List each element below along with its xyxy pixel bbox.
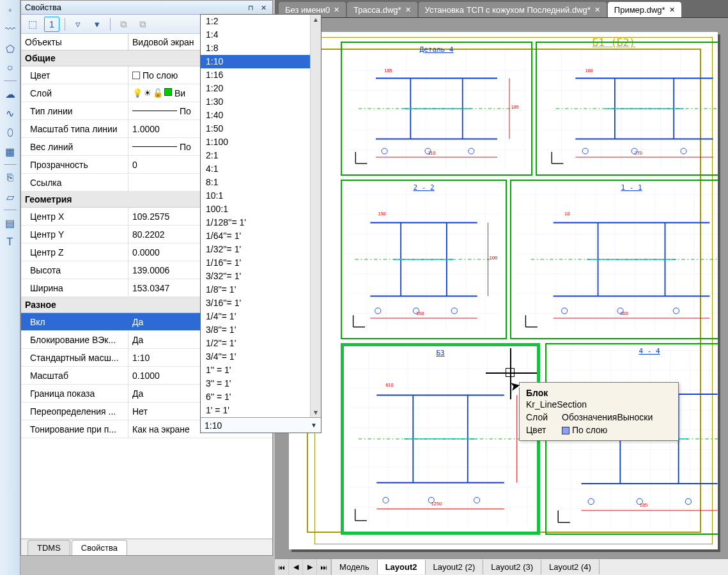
tab-properties[interactable]: Свойства — [72, 540, 127, 555]
tool-ellipse-icon[interactable]: ⬯ — [3, 125, 18, 140]
nav-prev-icon[interactable]: ◀ — [289, 559, 303, 575]
scale-option[interactable]: 1/64''= 1' — [201, 229, 321, 243]
tool-hatch-icon[interactable]: ▦ — [3, 144, 18, 159]
tool-block-icon[interactable]: ⎘ — [3, 170, 18, 185]
chevron-down-icon: ▼ — [311, 422, 317, 429]
panel-bottom-tabs: TDMS Свойства — [21, 539, 272, 555]
svg-point-45 — [451, 308, 457, 314]
tool-polygon-icon[interactable]: ⬠ — [3, 41, 18, 56]
object-type-label: Объекты — [21, 34, 128, 50]
svg-text:310: 310 — [428, 150, 435, 156]
scale-option[interactable]: 8:1 — [201, 176, 321, 189]
tooltip-color-swatch-icon — [562, 427, 569, 434]
scale-option[interactable]: 1/32''= 1' — [201, 243, 321, 256]
scale-option[interactable]: 1/128''= 1' — [201, 216, 321, 229]
scale-option[interactable]: 1/2''= 1' — [201, 337, 321, 350]
tool-region-icon[interactable]: ▱ — [3, 189, 18, 204]
nav-next-icon[interactable]: ▶ — [303, 559, 317, 575]
tool-spline-icon[interactable]: ∿ — [3, 105, 18, 121]
tooltip-header: Блок — [526, 388, 672, 398]
scale-option[interactable]: 1:40 — [201, 109, 321, 122]
nav-last-icon[interactable]: ⏭ — [317, 559, 331, 575]
svg-text:1250: 1250 — [431, 501, 442, 507]
svg-point-27 — [582, 148, 588, 154]
scale-option[interactable]: 1:30 — [201, 95, 321, 109]
scale-option[interactable]: 1'' = 1' — [201, 364, 321, 377]
scale-option[interactable]: 1/8''= 1' — [201, 283, 321, 296]
close-icon[interactable]: ✕ — [405, 6, 411, 14]
scale-option[interactable]: 3/4''= 1' — [201, 350, 321, 364]
viewport[interactable]: 1 - 180033010 — [510, 180, 718, 339]
tool-circle-icon[interactable]: ○ — [3, 60, 18, 75]
close-icon[interactable]: ✕ — [334, 6, 339, 14]
lineweight-sample-icon — [132, 146, 177, 147]
svg-text:150: 150 — [378, 211, 385, 217]
svg-point-61 — [673, 308, 679, 314]
scale-option[interactable]: 1/16''= 1' — [201, 256, 321, 270]
scale-option[interactable]: 3'' = 1' — [201, 377, 321, 390]
layout-tab[interactable]: Layout2 (2) — [426, 560, 484, 574]
tool-polyline-icon[interactable]: 〰 — [3, 22, 18, 37]
scale-option[interactable]: 1:50 — [201, 122, 321, 135]
doc-tab[interactable]: Трасса.dwg*✕ — [347, 2, 417, 17]
scale-dropdown[interactable]: 1:21:41:81:101:161:201:301:401:501:1002:… — [200, 14, 321, 433]
layout-tab[interactable]: Layout2 (3) — [483, 560, 541, 574]
folder2-icon[interactable]: ⧉ — [135, 17, 150, 32]
select-one-icon[interactable]: 1 — [44, 17, 59, 32]
panel-titlebar[interactable]: Свойства ⊓ ✕ — [21, 1, 272, 15]
scale-option[interactable]: 1:100 — [201, 135, 321, 149]
layout-tab[interactable]: Модель — [332, 560, 378, 574]
title-block-inner: Б1 (Б2) Деталь 43101851852705711602 - 21… — [314, 37, 713, 544]
layout-tab[interactable]: Layout2 — [378, 560, 426, 574]
doc-tab[interactable]: Установка ТСП с кожухом Последний.dwg*✕ — [419, 2, 607, 17]
scale-option[interactable]: 1:10 — [201, 55, 321, 68]
doc-tab[interactable]: Пример.dwg*✕ — [608, 2, 681, 17]
scale-option[interactable]: 1:8 — [201, 42, 321, 55]
svg-text:160: 160 — [585, 68, 593, 73]
scale-option[interactable]: 3/8''= 1' — [201, 323, 321, 337]
scale-selected-row[interactable]: 1:10 ▼ — [201, 417, 321, 433]
tool-point-icon[interactable]: ◦ — [3, 3, 18, 18]
scale-option[interactable]: 1:20 — [201, 82, 321, 95]
scrollbar[interactable] — [310, 15, 321, 417]
scale-option[interactable]: 100:1 — [201, 203, 321, 216]
scale-option[interactable]: 1:2 — [201, 15, 321, 28]
lock-icon: 🔓 — [153, 88, 163, 98]
filter-icon[interactable]: ▿ — [70, 17, 86, 32]
tooltip-name: Kr_LineSection — [526, 399, 672, 410]
svg-point-75 — [383, 497, 389, 503]
pin-icon[interactable]: ⊓ — [245, 3, 256, 12]
viewport[interactable]: 270571160 — [536, 42, 718, 176]
nav-first-icon[interactable]: ⏮ — [275, 559, 289, 575]
tool-table-icon[interactable]: ▤ — [3, 215, 18, 231]
funnel-icon[interactable]: ▾ — [89, 17, 105, 32]
scale-option[interactable]: 2:1 — [201, 149, 321, 162]
close-icon[interactable]: ✕ — [594, 6, 600, 14]
scale-option[interactable]: 1:4 — [201, 28, 321, 42]
svg-point-93 — [685, 498, 691, 504]
viewport[interactable]: 2 - 2160100150 — [341, 180, 507, 339]
tool-cloud-icon[interactable]: ☁ — [3, 86, 18, 102]
scale-option[interactable]: 3/16''= 1' — [201, 296, 321, 310]
scale-option[interactable]: 6'' = 1' — [201, 390, 321, 404]
close-icon[interactable]: ✕ — [669, 6, 675, 14]
tab-tdms[interactable]: TDMS — [27, 540, 70, 555]
svg-text:10: 10 — [564, 211, 569, 217]
scale-option[interactable]: 1/4''= 1' — [201, 310, 321, 323]
close-icon[interactable]: ✕ — [258, 3, 268, 12]
folder-icon[interactable]: ⧉ — [116, 17, 131, 32]
viewport[interactable]: Деталь 4310185185 — [341, 42, 532, 176]
drawing-area[interactable]: Б1 (Б2) Деталь 43101851852705711602 - 21… — [275, 18, 728, 558]
layout-tab[interactable]: Layout2 (4) — [541, 560, 600, 574]
paper-sheet: Б1 (Б2) Деталь 43101851852705711602 - 21… — [289, 32, 718, 549]
tool-text-icon[interactable]: T — [3, 234, 18, 250]
scale-option[interactable]: 4:1 — [201, 162, 321, 176]
quick-select-icon[interactable]: ⬚ — [25, 17, 40, 32]
bulb-icon: 💡 — [132, 88, 143, 98]
scale-option[interactable]: 1:16 — [201, 68, 321, 82]
scale-option[interactable]: 3/32''= 1' — [201, 270, 321, 283]
scale-option[interactable]: 1' = 1' — [201, 404, 321, 417]
svg-text:185: 185 — [385, 68, 392, 73]
scale-option[interactable]: 10:1 — [201, 189, 321, 203]
svg-point-59 — [562, 308, 568, 314]
